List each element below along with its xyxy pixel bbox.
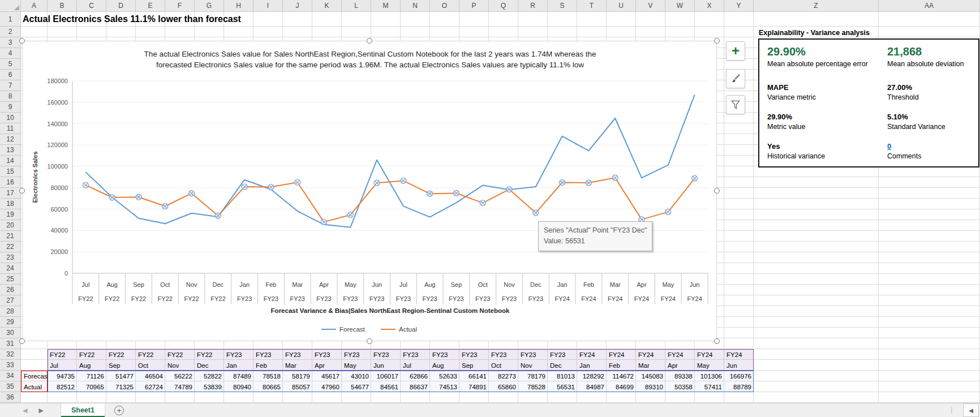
cell-month[interactable]: May xyxy=(342,360,371,371)
cell-actual-value[interactable]: 74513 xyxy=(430,381,459,392)
column-header-j[interactable]: J xyxy=(283,0,312,12)
cell-forecast-value[interactable]: 87489 xyxy=(224,371,253,381)
actual-point-marker[interactable] xyxy=(83,182,88,188)
cell-actual-value[interactable]: 89310 xyxy=(636,381,665,392)
actual-point-marker[interactable] xyxy=(665,209,671,215)
hscroll-left-button[interactable]: ◀ xyxy=(963,403,979,417)
cell-forecast-value[interactable]: 52633 xyxy=(430,371,459,381)
cell-fy[interactable]: FY24 xyxy=(577,349,607,360)
cell-forecast-label[interactable]: Forecast xyxy=(22,371,48,381)
row-header-5[interactable]: 5 xyxy=(0,59,21,70)
cell-forecast-value[interactable]: 66141 xyxy=(459,371,489,381)
row-header-6[interactable]: 6 xyxy=(0,70,21,80)
cell-actual-value[interactable]: 70965 xyxy=(77,381,106,392)
cell-forecast-value[interactable]: 128292 xyxy=(577,371,607,381)
cell-fy[interactable]: FY23 xyxy=(371,349,401,360)
cell-fy[interactable]: FY24 xyxy=(695,349,724,360)
cell-actual-value[interactable]: 78528 xyxy=(518,381,548,392)
cell-month[interactable]: Sep xyxy=(459,360,489,371)
row-header-35[interactable]: 35 xyxy=(0,381,21,392)
row-header-31[interactable]: 31 xyxy=(0,338,21,349)
cell-forecast-value[interactable]: 101306 xyxy=(695,371,724,381)
row-header-15[interactable]: 15 xyxy=(0,166,21,177)
cell-actual-value[interactable]: 74891 xyxy=(459,381,489,392)
chart-selection-handle[interactable] xyxy=(367,338,372,344)
row-header-14[interactable]: 14 xyxy=(0,156,21,166)
cell-month[interactable]: Apr xyxy=(312,360,342,371)
cell-fy[interactable]: FY23 xyxy=(459,349,489,360)
row-header-9[interactable]: 9 xyxy=(0,102,21,113)
chart-title-line[interactable]: The actual Electronics Sales value for S… xyxy=(144,50,596,58)
cell-actual-value[interactable]: 84561 xyxy=(371,381,401,392)
cell-month[interactable]: Jul xyxy=(401,360,430,371)
cell-fy[interactable]: FY23 xyxy=(342,349,371,360)
cell-month[interactable]: Dec xyxy=(195,360,224,371)
cell-fy[interactable]: FY23 xyxy=(224,349,253,360)
cell-actual-value[interactable]: 85057 xyxy=(283,381,312,392)
actual-point-marker[interactable] xyxy=(136,194,141,200)
select-all-corner[interactable] xyxy=(0,0,21,12)
column-header-d[interactable]: D xyxy=(106,0,136,12)
row-header-19[interactable]: 19 xyxy=(0,209,21,220)
cell-actual-value[interactable]: 47960 xyxy=(312,381,342,392)
row-header-27[interactable]: 27 xyxy=(0,295,21,306)
column-header-aa[interactable]: AA xyxy=(879,0,980,12)
column-header-w[interactable]: W xyxy=(665,0,695,12)
cell-forecast-value[interactable]: 89338 xyxy=(665,371,695,381)
cell-month[interactable]: Aug xyxy=(430,360,459,371)
cell-forecast-value[interactable]: 81013 xyxy=(548,371,577,381)
cell-forecast-value[interactable]: 82273 xyxy=(489,371,518,381)
actual-point-marker[interactable] xyxy=(295,179,300,185)
row-header-24[interactable]: 24 xyxy=(0,263,21,274)
row-header-34[interactable]: 34 xyxy=(0,371,21,381)
chart-style-button[interactable] xyxy=(726,69,745,88)
row-header-8[interactable]: 8 xyxy=(0,91,21,102)
cell-actual-value[interactable]: 54677 xyxy=(342,381,371,392)
column-header-c[interactable]: C xyxy=(77,0,106,12)
forecast-series-line[interactable] xyxy=(85,95,694,227)
cell-month[interactable]: Oct xyxy=(136,360,165,371)
cell-fy[interactable]: FY23 xyxy=(489,349,518,360)
actual-point-marker[interactable] xyxy=(401,178,406,183)
cell-month[interactable]: May xyxy=(695,360,724,371)
cell-actual-value[interactable]: 56531 xyxy=(548,381,577,392)
cell-month[interactable]: Jan xyxy=(224,360,253,371)
cell-actual-value[interactable]: 74789 xyxy=(165,381,195,392)
cell-month[interactable]: Nov xyxy=(165,360,195,371)
cell-fy[interactable]: FY23 xyxy=(312,349,342,360)
column-header-h[interactable]: H xyxy=(224,0,253,12)
cell-forecast-value[interactable]: 56222 xyxy=(165,371,195,381)
column-header-n[interactable]: N xyxy=(401,0,430,12)
row-header-13[interactable]: 13 xyxy=(0,145,21,156)
cell-actual-value[interactable]: 57411 xyxy=(695,381,724,392)
row-header-3[interactable]: 3 xyxy=(0,37,21,48)
cell-actual-value[interactable]: 65860 xyxy=(489,381,518,392)
column-header-m[interactable]: M xyxy=(371,0,401,12)
cell-forecast-value[interactable]: 52822 xyxy=(195,371,224,381)
column-header-u[interactable]: U xyxy=(607,0,636,12)
actual-point-marker[interactable] xyxy=(374,180,380,186)
cell-actual-value[interactable]: 88789 xyxy=(724,381,754,392)
cell-forecast-value[interactable]: 145083 xyxy=(636,371,665,381)
cell-month[interactable]: Feb xyxy=(253,360,283,371)
row-header-22[interactable]: 22 xyxy=(0,242,21,252)
column-header-f[interactable]: F xyxy=(165,0,195,12)
column-header-b[interactable]: B xyxy=(48,0,77,12)
column-header-q[interactable]: Q xyxy=(489,0,518,12)
actual-point-marker[interactable] xyxy=(586,180,591,186)
column-header-y[interactable]: Y xyxy=(724,0,754,12)
row-header-29[interactable]: 29 xyxy=(0,317,21,328)
cell-actual-value[interactable]: 82512 xyxy=(48,381,77,392)
cell-forecast-value[interactable]: 58179 xyxy=(283,371,312,381)
actual-point-marker[interactable] xyxy=(692,175,698,181)
cell-forecast-value[interactable]: 94735 xyxy=(48,371,77,381)
add-sheet-button[interactable]: + xyxy=(114,406,124,415)
y-axis-title[interactable]: Electronics Sales xyxy=(32,151,38,203)
actual-point-marker[interactable] xyxy=(242,184,247,190)
forecast-variance-chart[interactable]: 0200004000060000800001000001200001400001… xyxy=(22,41,717,341)
cell-actual-label[interactable]: Actual xyxy=(22,381,48,392)
chart-selection-handle[interactable] xyxy=(714,38,720,44)
row-header-2[interactable]: 2 xyxy=(0,27,21,37)
cell-fy[interactable]: FY22 xyxy=(48,349,77,360)
actual-point-marker[interactable] xyxy=(109,195,115,200)
